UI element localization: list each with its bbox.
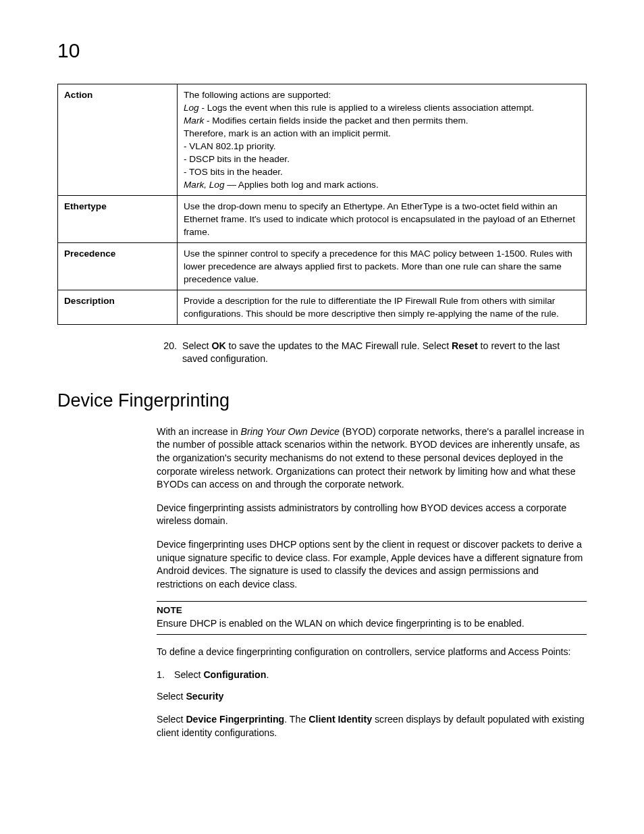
- note-text: Ensure DHCP is enabled on the WLAN on wh…: [157, 618, 525, 629]
- note-label: NOTE: [157, 604, 587, 617]
- step-text: Select OK to save the updates to the MAC…: [182, 340, 587, 365]
- step-20: 20. Select OK to save the updates to the…: [157, 340, 587, 365]
- table-row: EthertypeUse the drop-down menu to speci…: [58, 195, 587, 242]
- page: 10 ActionThe following actions are suppo…: [0, 0, 644, 834]
- table-row: DescriptionProvide a description for the…: [58, 290, 587, 324]
- table-row: PrecedenceUse the spinner control to spe…: [58, 242, 587, 290]
- section-body: With an increase in Bring Your Own Devic…: [157, 425, 587, 740]
- term-cell: Description: [58, 290, 178, 324]
- body-content: 20. Select OK to save the updates to the…: [157, 340, 587, 365]
- step-fingerprinting: Select Device Fingerprinting. The Client…: [157, 713, 587, 739]
- step-1: 1. Select Configuration.: [157, 669, 587, 681]
- paragraph-2: Device fingerprinting assists administra…: [157, 502, 587, 528]
- step-security: Select Security: [157, 690, 587, 704]
- term-cell: Action: [58, 84, 178, 195]
- term-cell: Precedence: [58, 242, 178, 290]
- paragraph-1: With an increase in Bring Your Own Devic…: [157, 425, 587, 492]
- definitions-table: ActionThe following actions are supporte…: [57, 84, 587, 325]
- paragraph-after-note: To define a device fingerprinting config…: [157, 646, 587, 659]
- paragraph-3: Device fingerprinting uses DHCP options …: [157, 538, 587, 591]
- term-cell: Ethertype: [58, 195, 178, 242]
- step-number: 20.: [157, 340, 182, 365]
- desc-cell: The following actions are supported:Log …: [178, 84, 587, 195]
- note-block: NOTE Ensure DHCP is enabled on the WLAN …: [157, 601, 587, 635]
- desc-cell: Use the spinner control to specify a pre…: [178, 242, 587, 290]
- desc-cell: Use the drop-down menu to specify an Eth…: [178, 195, 587, 242]
- step-1-text: Select Configuration.: [174, 669, 269, 681]
- desc-cell: Provide a description for the rule to di…: [178, 290, 587, 324]
- section-heading: Device Fingerprinting: [57, 388, 587, 413]
- table-row: ActionThe following actions are supporte…: [58, 84, 587, 195]
- step-1-number: 1.: [157, 669, 174, 681]
- chapter-number: 10: [57, 37, 587, 65]
